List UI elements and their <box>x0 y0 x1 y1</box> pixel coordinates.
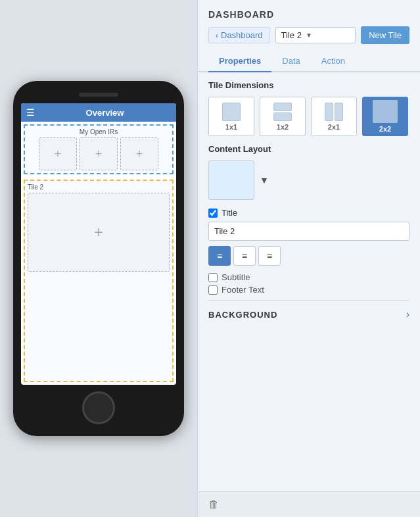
background-title: BACKGROUND <box>208 310 277 320</box>
align-right-button[interactable]: ≡ <box>258 246 281 266</box>
tile2-label: Tile 2 <box>28 184 170 191</box>
layout-selector: ▼ <box>208 160 409 200</box>
phone-screen: ☰ Overview My Open IRs + + + Tile 2 + <box>21 103 176 385</box>
screen-header: ☰ Overview <box>21 103 176 122</box>
dashboard-title: DASHBOARD <box>208 9 409 20</box>
right-panel: DASHBOARD ‹ Dashboard Tile 2 ▼ New Tile … <box>197 0 420 517</box>
back-label: Dashboard <box>221 30 263 40</box>
new-tile-button[interactable]: New Tile <box>361 26 409 44</box>
small-tile-3[interactable]: + <box>120 137 158 170</box>
dimension-2x2[interactable]: 2x2 <box>362 97 408 136</box>
title-checkbox[interactable] <box>208 209 218 218</box>
right-header: DASHBOARD ‹ Dashboard Tile 2 ▼ New Tile <box>198 0 420 51</box>
layout-preview-box[interactable] <box>208 160 254 200</box>
phone-device: ☰ Overview My Open IRs + + + Tile 2 + <box>13 81 184 436</box>
back-chevron-icon: ‹ <box>216 31 218 40</box>
properties-content: Tile Dimensions 1x1 1x2 2x1 <box>198 72 420 491</box>
footer-row: Footer Text <box>208 285 409 295</box>
phone-home-button[interactable] <box>82 391 115 424</box>
align-left-icon: ≡ <box>217 251 222 261</box>
title-section: Title ≡ ≡ ≡ <box>208 208 409 266</box>
subtitle-checkbox[interactable] <box>208 273 218 282</box>
tab-action[interactable]: Action <box>311 51 356 71</box>
screen-overview-title: Overview <box>39 108 171 118</box>
tile-dimensions-title: Tile Dimensions <box>208 80 409 90</box>
align-left-button[interactable]: ≡ <box>208 246 231 266</box>
background-chevron-icon[interactable]: › <box>406 308 409 320</box>
dropdown-arrow-icon: ▼ <box>306 32 312 39</box>
bottom-toolbar: 🗑 <box>198 491 420 517</box>
background-section[interactable]: BACKGROUND › <box>208 300 409 328</box>
title-input[interactable] <box>208 222 409 241</box>
preview-2x2-icon <box>373 100 398 123</box>
tile1-label: My Open IRs <box>28 128 170 135</box>
dimension-2x2-label: 2x2 <box>379 125 391 133</box>
phone-mockup-panel: ☰ Overview My Open IRs + + + Tile 2 + <box>0 0 197 517</box>
large-tile[interactable]: + <box>28 193 170 272</box>
tile-selector-dropdown[interactable]: Tile 2 ▼ <box>275 27 356 43</box>
content-layout-title: Content Layout <box>208 144 409 154</box>
tab-data[interactable]: Data <box>271 51 310 71</box>
subtitle-label: Subtitle <box>222 272 250 282</box>
align-center-button[interactable]: ≡ <box>233 246 256 266</box>
small-tile-1[interactable]: + <box>39 137 77 170</box>
back-button[interactable]: ‹ Dashboard <box>208 27 270 43</box>
small-tile-2[interactable]: + <box>80 137 118 170</box>
delete-button[interactable]: 🗑 <box>208 499 219 510</box>
align-row: ≡ ≡ ≡ <box>208 246 409 266</box>
footer-label: Footer Text <box>222 285 264 295</box>
tile-dimensions-grid: 1x1 1x2 2x1 2x2 <box>208 97 409 136</box>
tile1-section: My Open IRs + + + <box>24 124 174 174</box>
align-center-icon: ≡ <box>242 251 247 261</box>
title-checkbox-row: Title <box>208 208 409 218</box>
tab-properties[interactable]: Properties <box>208 51 271 72</box>
hamburger-icon[interactable]: ☰ <box>26 107 35 118</box>
content-layout-section: Content Layout ▼ <box>208 144 409 200</box>
preview-2x1-icon <box>325 103 343 121</box>
small-tiles-row: + + + <box>28 137 170 170</box>
dimension-1x2[interactable]: 1x2 <box>260 97 306 136</box>
dimension-2x1-label: 2x1 <box>328 123 340 131</box>
dimension-1x2-label: 1x2 <box>277 123 289 131</box>
dimension-1x1[interactable]: 1x1 <box>208 97 254 136</box>
toolbar-row: ‹ Dashboard Tile 2 ▼ New Tile <box>208 26 409 44</box>
align-right-icon: ≡ <box>267 251 272 261</box>
tabs-row: Properties Data Action <box>198 51 420 72</box>
tile2-section: Tile 2 + <box>24 180 174 382</box>
preview-1x1-icon <box>222 103 241 121</box>
phone-speaker <box>79 93 118 97</box>
title-checkbox-label: Title <box>222 208 237 218</box>
dimension-1x1-label: 1x1 <box>225 123 237 131</box>
layout-dropdown-arrow-icon[interactable]: ▼ <box>260 175 269 185</box>
subtitle-row: Subtitle <box>208 272 409 282</box>
footer-checkbox[interactable] <box>208 285 218 295</box>
tile-selector-value: Tile 2 <box>281 30 302 40</box>
preview-1x2-icon <box>273 103 292 121</box>
dimension-2x1[interactable]: 2x1 <box>311 97 357 136</box>
